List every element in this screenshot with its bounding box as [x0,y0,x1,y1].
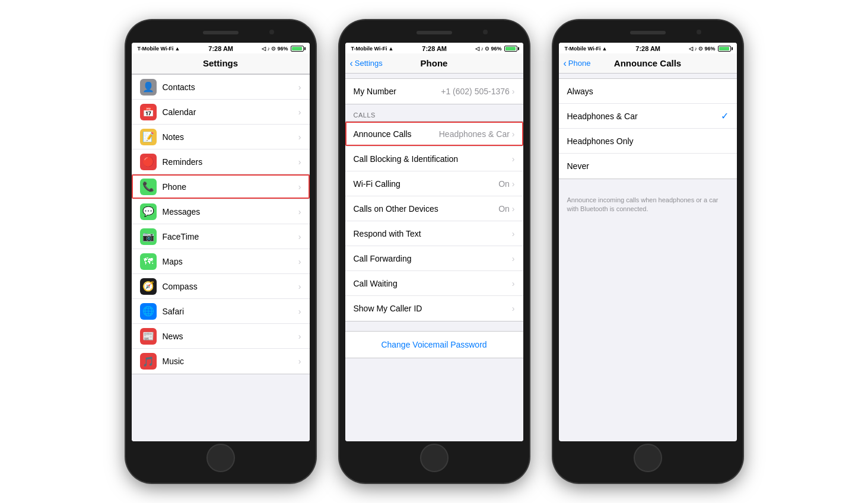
carrier-2: T-Mobile Wi-Fi [351,46,387,52]
screen-3: T-Mobile Wi-Fi ▲ 7:28 AM ◁ ♪ ⊙ 96% ‹ Pho… [559,43,737,441]
list-item-compass[interactable]: 🧭 Compass › [132,274,310,299]
maps-chevron: › [298,257,301,266]
contacts-label: Contacts [163,82,298,92]
wifi-icon-1: ▲ [174,46,180,52]
home-button-2[interactable] [420,444,449,472]
show-caller-item[interactable]: Show My Caller ID › [345,296,523,321]
call-forwarding-item[interactable]: Call Forwarding › [345,246,523,271]
option-always-label: Always [567,87,729,96]
phone-settings-list[interactable]: My Number +1 (602) 505-1376 › CALLS Anno… [345,74,523,441]
status-bar-2: T-Mobile Wi-Fi ▲ 7:28 AM ◁ ♪ ⊙ 96% [345,43,523,53]
phone-chevron: › [298,182,301,192]
music-label: Music [163,356,298,366]
wifi-calling-label: Wi-Fi Calling [354,179,499,189]
phone-top-bar-2 [345,28,523,40]
option-never-label: Never [567,161,729,171]
option-headphones-car[interactable]: Headphones & Car ✓ [559,104,737,129]
notes-chevron: › [298,132,301,142]
list-item-contacts[interactable]: 👤 Contacts › [132,75,310,100]
calls-other-item[interactable]: Calls on Other Devices On › [345,196,523,221]
option-headphones-only[interactable]: Headphones Only [559,129,737,154]
list-item-phone[interactable]: 📞 Phone › [132,174,310,199]
home-button-3[interactable] [634,444,662,472]
phone-top-bar-3 [559,28,737,40]
status-bar-1: T-Mobile Wi-Fi ▲ 7:28 AM ◁ ♪ ⊙ 96% [132,43,310,53]
respond-text-chevron: › [512,229,515,238]
contacts-chevron: › [298,82,301,92]
calls-other-chevron: › [512,204,515,214]
list-item-news[interactable]: 📰 News › [132,324,310,349]
list-item-notes[interactable]: 📝 Notes › [132,125,310,149]
calendar-label: Calendar [163,107,298,117]
voicemail-link-group: Change Voicemail Password [345,331,523,358]
wifi-calling-item[interactable]: Wi-Fi Calling On › [345,171,523,196]
camera-1 [269,30,274,34]
safari-icon: 🌐 [140,303,157,320]
facetime-chevron: › [298,232,301,241]
battery-pct-1: 96% [277,46,288,52]
calls-group: Announce Calls Headphones & Car › Call B… [345,121,523,321]
safari-chevron: › [298,307,301,316]
messages-label: Messages [163,207,298,217]
settings-title: Settings [203,58,238,68]
spacer-opts [559,74,737,78]
voicemail-link[interactable]: Change Voicemail Password [381,340,487,349]
wifi-icon-3: ▲ [602,46,607,52]
time-3: 7:28 AM [635,45,660,52]
phone-bottom-1 [132,441,310,475]
battery-icon-1 [291,46,304,52]
call-blocking-item[interactable]: Call Blocking & Identification › [345,147,523,171]
settings-group-1: 👤 Contacts › 📅 Calendar › 📝 Notes › [132,74,310,374]
compass-label: Compass [163,282,298,291]
signal-1: ◁ ♪ ⊙ [262,46,276,52]
messages-chevron: › [298,207,301,217]
phone-label: Phone [163,182,298,192]
news-chevron: › [298,332,301,341]
call-waiting-item[interactable]: Call Waiting › [345,271,523,296]
list-item-music[interactable]: 🎵 Music › [132,349,310,374]
list-item-reminders[interactable]: 🔴 Reminders › [132,149,310,174]
status-bar-3: T-Mobile Wi-Fi ▲ 7:28 AM ◁ ♪ ⊙ 96% [559,43,737,53]
announce-calls-chevron: › [512,129,515,139]
checkmark-icon: ✓ [721,110,729,122]
calendar-icon: 📅 [140,104,157,120]
wifi-calling-value: On [498,179,510,189]
music-chevron: › [298,356,301,366]
phone-top-bar-1 [132,28,310,40]
battery-pct-2: 96% [491,46,501,52]
compass-chevron: › [298,282,301,291]
battery-pct-3: 96% [704,46,715,52]
my-number-item[interactable]: My Number +1 (602) 505-1376 › [345,79,523,104]
list-item-messages[interactable]: 💬 Messages › [132,199,310,224]
signal-3: ◁ ♪ ⊙ [689,46,704,52]
call-forwarding-chevron: › [512,254,515,263]
speaker-3 [630,31,666,34]
list-item-maps[interactable]: 🗺 Maps › [132,249,310,274]
option-always[interactable]: Always [559,79,737,104]
back-button-2[interactable]: ‹ Settings [350,59,383,68]
settings-title-bar: Settings [132,53,310,74]
announce-options-list: Always Headphones & Car ✓ Headphones Onl… [559,74,737,441]
screen-2: T-Mobile Wi-Fi ▲ 7:28 AM ◁ ♪ ⊙ 96% ‹ Set… [345,43,523,441]
my-number-label: My Number [354,87,441,96]
announce-calls-item[interactable]: Announce Calls Headphones & Car › [345,122,523,147]
respond-text-item[interactable]: Respond with Text › [345,221,523,246]
back-label-3: Phone [568,59,591,68]
nav-title-2: Phone [421,58,448,68]
contacts-icon: 👤 [140,79,157,95]
list-item-facetime[interactable]: 📷 FaceTime › [132,224,310,249]
speaker-2 [416,31,452,34]
phone-bottom-2 [345,441,523,475]
news-icon: 📰 [140,328,157,345]
signal-2: ◁ ♪ ⊙ [475,46,490,52]
home-button-1[interactable] [206,444,235,472]
call-waiting-chevron: › [512,279,515,288]
settings-list-1[interactable]: 👤 Contacts › 📅 Calendar › 📝 Notes › [132,74,310,441]
status-left-1: T-Mobile Wi-Fi ▲ [138,46,180,52]
list-item-safari[interactable]: 🌐 Safari › [132,299,310,324]
status-right-2: ◁ ♪ ⊙ 96% [475,46,517,52]
back-button-3[interactable]: ‹ Phone [564,59,591,68]
back-chevron-3: ‹ [564,59,567,68]
option-never[interactable]: Never [559,154,737,179]
list-item-calendar[interactable]: 📅 Calendar › [132,100,310,125]
